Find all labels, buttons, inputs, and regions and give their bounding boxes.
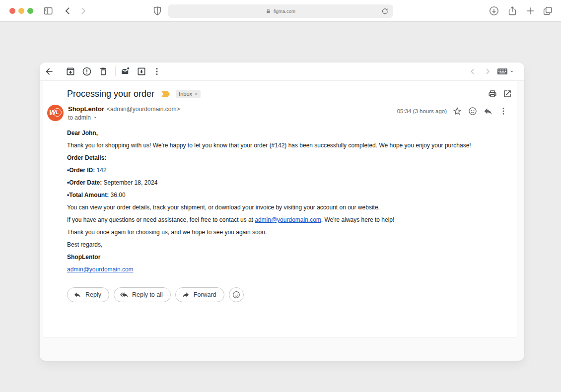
reply-button[interactable]: Reply <box>67 287 109 302</box>
open-in-new-window-button[interactable] <box>503 89 512 98</box>
importance-marker-icon[interactable] <box>161 90 171 98</box>
subject-row: Processing your order Inbox × <box>43 81 517 100</box>
tab-overview-button[interactable] <box>542 5 553 16</box>
paragraph-thanks: Thank you for shopping with us! We're ha… <box>67 141 497 149</box>
share-icon <box>507 5 518 16</box>
signature-email-link[interactable]: admin@yourdomain.com <box>67 266 134 273</box>
address-text: figma.com <box>274 8 295 14</box>
email-pane: Processing your order Inbox × <box>43 81 517 337</box>
email-body: Dear John, Thank you for shopping with u… <box>43 121 517 273</box>
email-timestamp: 05:34 (3 hours ago) <box>397 108 447 114</box>
reload-icon <box>381 7 389 15</box>
reply-all-icon <box>120 291 128 299</box>
greeting: Dear John, <box>67 129 497 137</box>
sender-row: W L ShopLentor <admin@yourdomain.com> to… <box>43 105 517 121</box>
browser-forward-button[interactable] <box>77 5 88 16</box>
email-meta: 05:34 (3 hours ago) <box>397 106 513 117</box>
address-bar[interactable]: figma.com <box>168 4 393 18</box>
caret-down-icon <box>93 115 98 120</box>
archive-icon <box>66 66 75 76</box>
reload-button[interactable] <box>381 7 389 15</box>
tabs-icon <box>542 5 553 16</box>
sender-avatar[interactable]: W L <box>47 105 64 121</box>
open-in-new-icon <box>503 89 512 98</box>
remove-label-icon[interactable]: × <box>195 91 198 97</box>
chevron-right-icon <box>77 5 88 16</box>
minimize-window-button[interactable] <box>18 8 24 14</box>
reply-icon <box>73 291 81 299</box>
archive-button[interactable] <box>66 66 75 76</box>
sidebar-toggle-button[interactable] <box>43 5 54 16</box>
downloads-button[interactable] <box>489 5 499 16</box>
chevron-left-icon <box>468 66 478 76</box>
chevron-left-icon <box>63 5 73 16</box>
reply-button-icon[interactable] <box>483 106 493 116</box>
trash-icon <box>98 66 108 76</box>
browser-back-button[interactable] <box>63 5 73 16</box>
order-details-heading: Order Details: <box>67 154 497 162</box>
mark-unread-button[interactable] <box>120 66 130 76</box>
star-button[interactable] <box>452 106 462 116</box>
more-vert-icon <box>498 106 508 116</box>
reply-all-button[interactable]: Reply to all <box>114 287 171 302</box>
close-window-button[interactable] <box>9 8 15 14</box>
mail-unread-icon <box>120 66 130 76</box>
order-date-line: •Order Date: September 18, 2024 <box>67 179 497 187</box>
input-tools-button[interactable] <box>496 66 515 76</box>
lock-icon <box>266 8 271 14</box>
delete-button[interactable] <box>98 66 108 76</box>
total-amount-line: •Total Amount: 36.00 <box>67 191 497 199</box>
shield-icon <box>152 5 163 16</box>
print-icon <box>488 89 497 98</box>
toolbar-divider <box>115 66 116 76</box>
closing: Best regards, <box>67 241 497 249</box>
sender-email: <admin@yourdomain.com> <box>107 106 180 113</box>
paragraph-thanks-again: Thank you once again for choosing us, an… <box>67 228 497 236</box>
browser-toolbar: figma.com <box>0 0 561 22</box>
inbox-label-text: Inbox <box>179 91 192 97</box>
paragraph-view-order: You can view your order details, track y… <box>67 203 497 211</box>
signature-email-line: admin@yourdomain.com <box>67 265 497 273</box>
print-button[interactable] <box>488 89 497 98</box>
move-to-button[interactable] <box>137 66 146 76</box>
star-icon <box>452 106 462 116</box>
sender-name: ShopLentor <box>68 105 104 113</box>
emoji-reaction-button[interactable] <box>468 106 478 116</box>
recipient-text: to admin <box>68 114 91 121</box>
caret-down-icon <box>509 68 515 74</box>
sidebar-icon <box>43 5 54 16</box>
message-more-button[interactable] <box>498 106 508 116</box>
maximize-window-button[interactable] <box>27 8 33 14</box>
arrow-back-icon <box>44 66 54 76</box>
forward-button[interactable]: Forward <box>175 287 224 302</box>
mail-toolbar <box>40 63 524 81</box>
keyboard-icon <box>496 66 508 76</box>
add-reaction-button[interactable] <box>229 287 244 302</box>
newer-email-button[interactable] <box>468 66 478 76</box>
share-button[interactable] <box>507 5 518 16</box>
order-id-line: •Order ID: 142 <box>67 166 497 174</box>
smiley-icon <box>232 290 241 299</box>
plus-icon <box>525 5 536 16</box>
more-actions-button[interactable] <box>152 66 162 76</box>
new-tab-button[interactable] <box>525 5 536 16</box>
email-subject: Processing your order <box>67 89 154 99</box>
contact-email-link[interactable]: admin@yourdomain.com <box>255 216 321 223</box>
report-spam-button[interactable] <box>82 66 92 76</box>
inbox-label-chip[interactable]: Inbox × <box>176 90 201 98</box>
download-icon <box>489 5 499 16</box>
reply-icon <box>483 106 493 116</box>
back-to-inbox-button[interactable] <box>44 66 54 76</box>
report-spam-icon <box>82 66 92 76</box>
signature-name: ShopLentor <box>67 253 497 261</box>
recipient-details-toggle[interactable]: to admin <box>68 114 180 121</box>
avatar-letter-l: L <box>53 108 62 117</box>
mail-window: Processing your order Inbox × <box>40 63 524 361</box>
chevron-right-icon <box>483 66 492 76</box>
older-email-button[interactable] <box>483 66 492 76</box>
more-vert-icon <box>152 66 162 76</box>
privacy-report-button[interactable] <box>152 5 163 16</box>
smiley-icon <box>468 106 478 116</box>
forward-icon <box>182 291 190 299</box>
paragraph-contact: If you have any questions or need assist… <box>67 216 497 224</box>
